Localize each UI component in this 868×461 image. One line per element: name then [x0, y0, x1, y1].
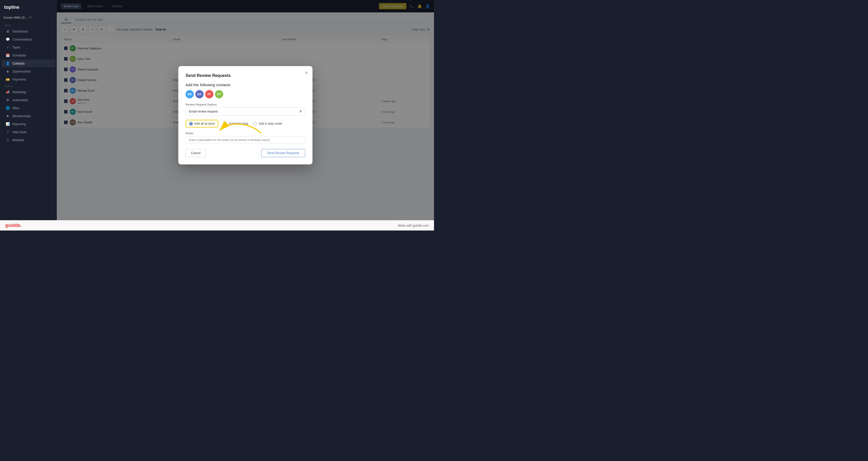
- sidebar-item-label: Contacts: [12, 62, 25, 65]
- sidebar-item-label: Scheduler: [12, 54, 26, 57]
- contact-avatar: DS: [195, 90, 204, 98]
- sidebar-item-label: Help Desk: [12, 130, 27, 134]
- review-options-select[interactable]: Email review requestSMS review requestEm…: [186, 107, 305, 116]
- sidebar-item-label: Memberships: [12, 114, 31, 118]
- sidebar-item-reporting[interactable]: 📊 Reporting: [2, 120, 55, 128]
- tasks-icon: ✓: [6, 45, 10, 49]
- apps-section-label: Apps: [0, 23, 57, 27]
- radio-drip[interactable]: Add in drip mode: [253, 120, 282, 127]
- contact-avatar: MS: [186, 90, 194, 98]
- modal-title: Send Review Requests: [186, 73, 305, 78]
- marketing-icon: 📣: [6, 90, 10, 94]
- sidebar-item-memberships[interactable]: ★ Memberships: [2, 112, 55, 120]
- sidebar-item-label: Automation: [12, 98, 28, 102]
- sidebar-item-tasks[interactable]: ✓ Tasks: [2, 43, 55, 51]
- manifold-icon: ◇: [6, 138, 10, 142]
- radio-schedule[interactable]: Schedule time: [223, 120, 248, 127]
- automation-icon: ⚙: [6, 98, 10, 102]
- scheduler-icon: 📅: [6, 54, 10, 57]
- contacts-icon: 👤: [6, 61, 10, 65]
- radio-drip-label: Add in drip mode: [258, 122, 282, 125]
- sidebar-item-help-desk[interactable]: ? Help Desk: [2, 128, 55, 136]
- review-options-select-wrapper: Email review requestSMS review requestEm…: [186, 107, 305, 116]
- radio-circle-drip: [253, 122, 257, 125]
- sidebar-item-dashboard[interactable]: ⊞ Dashboard: [2, 28, 55, 35]
- radio-add-all-label: Add all at once: [194, 122, 215, 125]
- dashboard-icon: ⊞: [6, 29, 10, 33]
- account-expand-icon: ⊞: [29, 16, 31, 19]
- sidebar-item-label: Manifold: [12, 139, 24, 142]
- conversations-icon: 💬: [6, 37, 10, 41]
- review-options-label: Review Request Options: [186, 103, 305, 106]
- account-name: Dunder Mifflin [D...: [4, 16, 27, 19]
- help-desk-icon: ?: [6, 130, 10, 134]
- sidebar-item-label: Tasks: [12, 46, 20, 49]
- reporting-icon: 📊: [6, 122, 10, 126]
- sidebar-item-sites[interactable]: 🌐 Sites: [2, 104, 55, 112]
- sidebar-item-label: Sites: [12, 106, 19, 110]
- action-input[interactable]: [186, 136, 305, 144]
- radio-circle-add-all: [189, 122, 193, 125]
- contact-avatars: MSDSRTKT: [186, 90, 305, 98]
- sidebar-item-label: Marketing: [12, 90, 26, 94]
- opportunities-icon: ◈: [6, 69, 10, 73]
- sidebar-item-opportunities[interactable]: ◈ Opportunities: [2, 68, 55, 75]
- app-logo: topline: [0, 3, 57, 14]
- send-review-requests-modal: Send Review Requests ✕ Add the following…: [178, 66, 312, 164]
- guidde-logo: guidde.: [5, 223, 22, 228]
- modal-overlay: Send Review Requests ✕ Add the following…: [57, 0, 434, 230]
- sidebar-item-payments[interactable]: 💳 Payments: [2, 75, 55, 83]
- sites-icon: 🌐: [6, 106, 10, 110]
- modal-subtitle: Add the following contacts: [186, 83, 305, 87]
- radio-group: Add all at once Schedule time Add in dri…: [186, 120, 305, 127]
- sidebar-item-scheduler[interactable]: 📅 Scheduler: [2, 52, 55, 59]
- sidebar-item-manifold[interactable]: ◇ Manifold: [2, 136, 55, 144]
- sidebar-item-label: Conversations: [12, 38, 32, 41]
- modal-close-button[interactable]: ✕: [305, 70, 308, 76]
- sidebar-item-label: Payments: [12, 78, 26, 81]
- sidebar-item-automation[interactable]: ⚙ Automation: [2, 96, 55, 104]
- account-selector[interactable]: Dunder Mifflin [D... ⊞: [0, 14, 57, 21]
- sidebar: topline Dunder Mifflin [D... ⊞ Apps ⊞ Da…: [0, 0, 57, 230]
- contact-avatar: KT: [215, 90, 223, 98]
- guidde-footer: guidde. Made with guidde.com: [0, 220, 434, 230]
- sidebar-item-label: Reporting: [12, 122, 26, 126]
- tools-section-label: Tools: [0, 83, 57, 88]
- action-label: Action: [186, 132, 305, 135]
- radio-schedule-label: Schedule time: [228, 122, 248, 125]
- cancel-button[interactable]: Cancel: [186, 149, 206, 157]
- payments-icon: 💳: [6, 78, 10, 81]
- sidebar-item-label: Opportunities: [12, 70, 31, 73]
- radio-circle-schedule: [223, 122, 227, 125]
- modal-footer: Cancel Send Review Requests: [186, 149, 305, 157]
- main-content: Smart Lists Bulk Actions Restore Import …: [57, 0, 434, 230]
- radio-add-all[interactable]: Add all at once: [186, 120, 218, 127]
- guidde-tagline: Made with guidde.com: [398, 224, 429, 227]
- memberships-icon: ★: [6, 114, 10, 118]
- sidebar-item-conversations[interactable]: 💬 Conversations: [2, 36, 55, 43]
- contact-avatar: RT: [205, 90, 213, 98]
- send-review-requests-button[interactable]: Send Review Requests: [261, 149, 305, 157]
- sidebar-item-marketing[interactable]: 📣 Marketing: [2, 88, 55, 96]
- sidebar-item-label: Dashboard: [12, 30, 28, 33]
- sidebar-item-contacts[interactable]: 👤 Contacts: [2, 60, 55, 67]
